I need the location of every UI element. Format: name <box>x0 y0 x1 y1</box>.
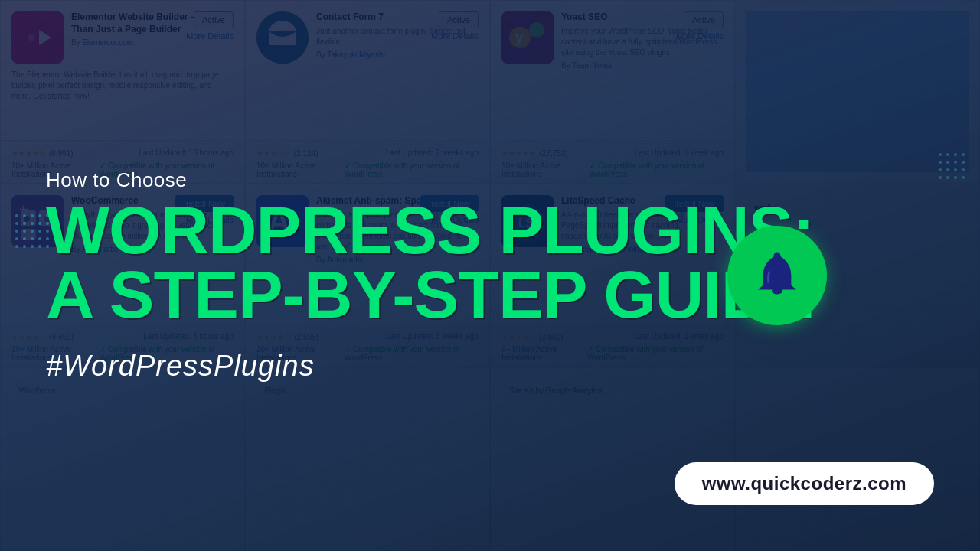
subtitle: How to Choose <box>46 168 934 192</box>
bell-circle <box>727 226 827 325</box>
bell-container <box>727 226 827 325</box>
url-text: www.quickcoderz.com <box>702 473 906 494</box>
bell-icon <box>750 249 804 302</box>
url-badge: www.quickcoderz.com <box>675 462 934 505</box>
svg-point-25 <box>772 288 782 295</box>
hashtag-text: #WordPressPlugins <box>46 350 934 383</box>
svg-point-24 <box>774 252 781 259</box>
